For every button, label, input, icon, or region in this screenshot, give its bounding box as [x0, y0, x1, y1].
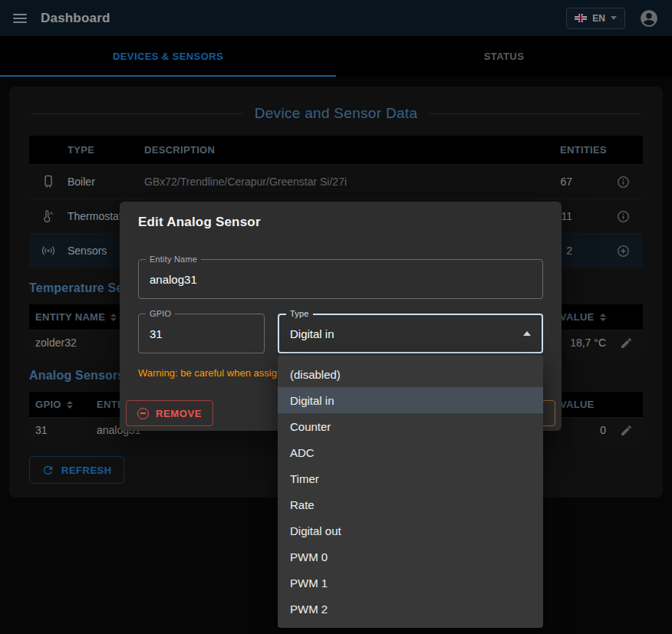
entity-name-field[interactable]: Entity Name analog31 — [138, 259, 543, 299]
menu-item-pwm0[interactable]: PWM 0 — [278, 544, 543, 570]
minus-circle-icon — [137, 408, 149, 419]
menu-item-pwm1[interactable]: PWM 1 — [278, 570, 543, 596]
remove-button[interactable]: REMOVE — [126, 400, 213, 426]
type-select[interactable]: Type Digital in — [278, 314, 543, 353]
menu-item-pwm2[interactable]: PWM 2 — [278, 596, 543, 622]
menu-item-digital-in[interactable]: Digital in — [278, 387, 543, 413]
menu-item-counter[interactable]: Counter — [278, 413, 543, 439]
dialog-title: Edit Analog Sensor — [120, 202, 562, 230]
menu-item-adc[interactable]: ADC — [278, 439, 543, 465]
type-label: Type — [286, 309, 313, 318]
gpio-label: GPIO — [146, 309, 175, 318]
menu-item-timer[interactable]: Timer — [278, 465, 543, 491]
field-row: GPIO 31 Type Digital in — [138, 314, 543, 353]
menu-item-digital-out[interactable]: Digital out — [278, 517, 543, 544]
gpio-field[interactable]: GPIO 31 — [138, 314, 265, 353]
gpio-value: 31 — [150, 327, 163, 340]
entity-name-label: Entity Name — [146, 255, 201, 264]
entity-name-value: analog31 — [150, 273, 197, 286]
screen: Dashboard EN DEVICES & SENSORS STATUS De… — [0, 0, 672, 634]
menu-item-disabled[interactable]: (disabled) — [278, 361, 543, 387]
select-open-arrow-icon — [523, 331, 531, 336]
menu-item-rate[interactable]: Rate — [278, 491, 543, 517]
type-dropdown-menu: (disabled) Digital in Counter ADC Timer … — [278, 355, 543, 628]
type-selected-value: Digital in — [290, 327, 334, 340]
